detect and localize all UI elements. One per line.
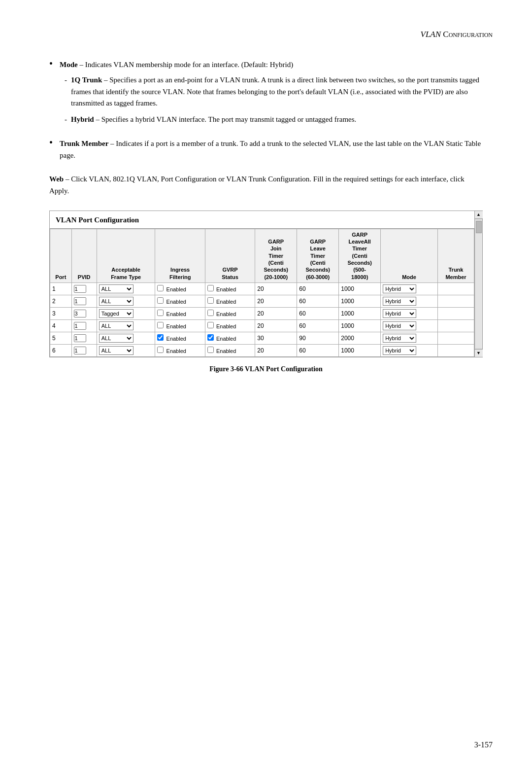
- pvid-input-3[interactable]: [74, 310, 86, 317]
- gvrp-checkbox-2[interactable]: [207, 297, 214, 304]
- cell-ingress-6: Enabled: [155, 344, 205, 356]
- ingress-label-1: Enabled: [157, 286, 186, 292]
- pvid-input-2[interactable]: [74, 297, 86, 305]
- gvrp-label-6: Enabled: [207, 348, 236, 354]
- content-area: • Mode – Indicates VLAN membership mode …: [39, 59, 493, 373]
- scroll-up-button[interactable]: ▲: [475, 211, 483, 219]
- ingress-label-4: Enabled: [157, 323, 186, 329]
- scroll-down-button[interactable]: ▼: [475, 349, 483, 357]
- gvrp-checkbox-6[interactable]: [207, 347, 214, 353]
- cell-port-5: 5: [50, 332, 72, 344]
- cell-gvrp-4: Enabled: [205, 319, 255, 332]
- cell-trunk-member-4: [437, 319, 474, 332]
- main-bullet-list: • Mode – Indicates VLAN membership mode …: [49, 59, 483, 161]
- bullet-mode: • Mode – Indicates VLAN membership mode …: [49, 59, 483, 130]
- mode-select-1[interactable]: Hybrid1Q Trunk: [383, 284, 416, 293]
- frame-type-select-3[interactable]: ALLTaggedUntagged: [99, 309, 133, 318]
- ingress-checkbox-6[interactable]: [157, 347, 164, 353]
- ingress-label-3: Enabled: [157, 311, 186, 317]
- gvrp-checkbox-1[interactable]: [207, 285, 214, 291]
- cell-garp-leave-6: 60: [297, 344, 339, 356]
- frame-type-select-6[interactable]: ALLTaggedUntagged: [99, 346, 133, 355]
- mode-select-2[interactable]: Hybrid1Q Trunk: [383, 297, 416, 306]
- header-vlan: VLAN: [421, 30, 441, 39]
- bullet-text-mode: Mode – Indicates VLAN membership mode fo…: [60, 59, 483, 130]
- cell-pvid-3: [71, 307, 97, 319]
- table-wrapper: VLAN Port Configuration Port PVID Accept…: [49, 211, 483, 357]
- ingress-checkbox-5[interactable]: [157, 334, 164, 341]
- frame-type-select-5[interactable]: ALLTaggedUntagged: [99, 334, 133, 343]
- col-garp-leave: GARPLeaveTimer(CentiSeconds)(60-3000): [297, 229, 339, 282]
- table-header-row: Port PVID AcceptableFrame Type IngressFi…: [50, 229, 474, 282]
- cell-ingress-1: Enabled: [155, 282, 205, 295]
- gvrp-checkbox-4[interactable]: [207, 322, 214, 328]
- cell-port-4: 4: [50, 319, 72, 332]
- cell-frame-type-3: ALLTaggedUntagged: [97, 307, 155, 319]
- cell-garp-join-4: 20: [255, 319, 297, 332]
- col-mode: Mode: [381, 229, 438, 282]
- cell-garp-leave-2: 60: [297, 295, 339, 307]
- table-body: 1ALLTaggedUntagged Enabled Enabled206010…: [50, 282, 474, 356]
- term-trunk-member: Trunk Member: [60, 140, 108, 147]
- mode-select-5[interactable]: Hybrid1Q Trunk: [383, 334, 416, 343]
- cell-port-2: 2: [50, 295, 72, 307]
- ingress-checkbox-4[interactable]: [157, 322, 164, 328]
- cell-gvrp-6: Enabled: [205, 344, 255, 356]
- cell-garp-leave-1: 60: [297, 282, 339, 295]
- col-pvid: PVID: [71, 229, 97, 282]
- cell-garp-leaveall-1: 1000: [339, 282, 381, 295]
- gvrp-label-2: Enabled: [207, 299, 236, 305]
- col-trunk-member: TrunkMember: [437, 229, 474, 282]
- bullet-text-trunk: Trunk Member – Indicates if a port is a …: [60, 138, 483, 161]
- page-header: VLAN Configuration: [39, 30, 493, 39]
- sub-item-trunk: - 1Q Trunk – Specifies a port as an end-…: [65, 74, 483, 109]
- ingress-label-2: Enabled: [157, 299, 186, 305]
- ingress-checkbox-2[interactable]: [157, 297, 164, 304]
- cell-garp-join-6: 20: [255, 344, 297, 356]
- cell-port-1: 1: [50, 282, 72, 295]
- ingress-checkbox-1[interactable]: [157, 285, 164, 291]
- gvrp-checkbox-3[interactable]: [207, 310, 214, 316]
- gvrp-checkbox-5[interactable]: [207, 334, 214, 341]
- table-inner: VLAN Port Configuration Port PVID Accept…: [50, 211, 474, 357]
- frame-type-select-1[interactable]: ALLTaggedUntagged: [99, 284, 133, 293]
- cell-pvid-2: [71, 295, 97, 307]
- cell-ingress-4: Enabled: [155, 319, 205, 332]
- mode-select-4[interactable]: Hybrid1Q Trunk: [383, 321, 416, 330]
- scrollbar[interactable]: ▲ ▼: [474, 211, 482, 357]
- pvid-input-5[interactable]: [74, 334, 86, 342]
- mode-select-6[interactable]: Hybrid1Q Trunk: [383, 346, 416, 355]
- col-garp-leaveall: GARPLeaveAllTimer(CentiSeconds)(500-1800…: [339, 229, 381, 282]
- pvid-input-6[interactable]: [74, 347, 86, 354]
- col-ingress: IngressFiltering: [155, 229, 205, 282]
- cell-frame-type-2: ALLTaggedUntagged: [97, 295, 155, 307]
- cell-ingress-5: Enabled: [155, 332, 205, 344]
- cell-pvid-5: [71, 332, 97, 344]
- cell-trunk-member-2: [437, 295, 474, 307]
- col-frame-type: AcceptableFrame Type: [97, 229, 155, 282]
- table-title: VLAN Port Configuration: [50, 211, 474, 229]
- cell-trunk-member-1: [437, 282, 474, 295]
- cell-frame-type-6: ALLTaggedUntagged: [97, 344, 155, 356]
- pvid-input-4[interactable]: [74, 322, 86, 330]
- cell-ingress-3: Enabled: [155, 307, 205, 319]
- ingress-checkbox-3[interactable]: [157, 310, 164, 316]
- cell-mode-2: Hybrid1Q Trunk: [381, 295, 438, 307]
- figure-caption-text: Figure 3-66 VLAN Port Configuration: [209, 365, 323, 373]
- cell-garp-leaveall-2: 1000: [339, 295, 381, 307]
- cell-port-3: 3: [50, 307, 72, 319]
- cell-trunk-member-6: [437, 344, 474, 356]
- pvid-input-1[interactable]: [74, 285, 86, 293]
- frame-type-select-2[interactable]: ALLTaggedUntagged: [99, 297, 133, 306]
- scroll-thumb[interactable]: [476, 221, 482, 233]
- table-row: 3ALLTaggedUntagged Enabled Enabled206010…: [50, 307, 474, 319]
- cell-gvrp-5: Enabled: [205, 332, 255, 344]
- cell-garp-leave-4: 60: [297, 319, 339, 332]
- ingress-label-6: Enabled: [157, 348, 186, 354]
- frame-type-select-4[interactable]: ALLTaggedUntagged: [99, 321, 133, 330]
- cell-gvrp-2: Enabled: [205, 295, 255, 307]
- mode-select-3[interactable]: Hybrid1Q Trunk: [383, 309, 416, 318]
- port-config-table: Port PVID AcceptableFrame Type IngressFi…: [50, 229, 474, 357]
- cell-ingress-2: Enabled: [155, 295, 205, 307]
- sub-text-hybrid: Hybrid – Specifies a hybrid VLAN interfa…: [71, 114, 483, 125]
